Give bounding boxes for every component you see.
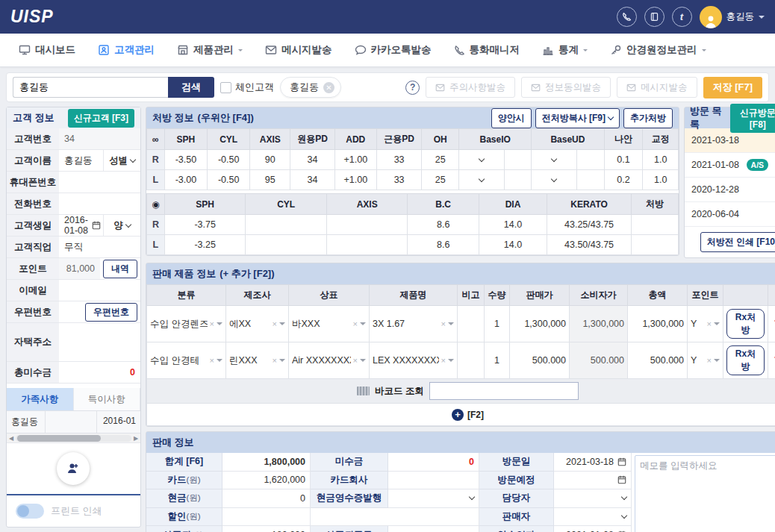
- axis-cell[interactable]: [326, 235, 408, 255]
- caution-send-button[interactable]: 주의사항발송: [426, 77, 515, 98]
- rx-assign-button[interactable]: Rx처방: [726, 309, 765, 339]
- copy-rx-button[interactable]: 전처방복사 [F9]: [535, 108, 620, 128]
- kakao-icon[interactable]: t: [672, 7, 692, 27]
- baseio-select[interactable]: [459, 150, 505, 170]
- naked-vision-cell[interactable]: 0.1: [604, 150, 643, 170]
- visit-item[interactable]: 2021-01-08 A/S ✕: [685, 153, 775, 178]
- baseio-value[interactable]: [504, 150, 532, 170]
- voucher-amount-field[interactable]: 180,000: [222, 526, 311, 532]
- note-cell[interactable]: [457, 342, 484, 379]
- baseud-select[interactable]: [532, 170, 577, 190]
- scroll-left-icon[interactable]: ◀: [7, 435, 16, 442]
- scrollbar-thumb[interactable]: [17, 435, 101, 442]
- message-send-button[interactable]: 메시지발송: [617, 77, 697, 98]
- price-cell[interactable]: 1,300,000: [509, 306, 569, 342]
- nav-kakao[interactable]: 카카오톡발송: [343, 34, 443, 67]
- card-company-field[interactable]: [388, 472, 479, 490]
- point-detail-button[interactable]: 내역: [103, 260, 137, 278]
- product-name-select[interactable]: 3X 1.67×: [369, 306, 457, 342]
- corrected-vision-cell[interactable]: 1.0: [643, 150, 679, 170]
- promise-date-field[interactable]: 2021-01-08: [554, 526, 632, 532]
- rx-assign-button[interactable]: Rx처방: [726, 345, 765, 375]
- job-field[interactable]: 무직: [59, 237, 140, 257]
- sph-cell[interactable]: -3.50: [164, 150, 207, 170]
- add-rx-button[interactable]: 추가처방: [623, 108, 673, 128]
- barcode-input[interactable]: [429, 382, 579, 400]
- oh-cell[interactable]: 25: [422, 170, 459, 190]
- maker-select[interactable]: 에XX×: [225, 306, 288, 342]
- zip-field[interactable]: [59, 301, 82, 322]
- baseio-value[interactable]: [504, 170, 532, 190]
- email-field[interactable]: [59, 280, 140, 301]
- calendar-icon[interactable]: [617, 457, 626, 466]
- rx-cell[interactable]: [631, 215, 678, 235]
- nav-products[interactable]: 제품관리: [166, 34, 254, 67]
- dia-cell[interactable]: 14.0: [479, 235, 547, 255]
- calendar-icon[interactable]: [617, 475, 626, 484]
- baseio-select[interactable]: [459, 170, 505, 190]
- family-scrollbar[interactable]: ◀ ▶: [7, 434, 140, 443]
- manager-select[interactable]: [554, 489, 632, 508]
- corrected-vision-cell[interactable]: 1.0: [643, 170, 679, 190]
- qty-cell[interactable]: 1: [484, 306, 509, 342]
- phone-field[interactable]: [59, 193, 140, 214]
- oh-cell[interactable]: 25: [422, 150, 459, 170]
- sph-cell[interactable]: -3.75: [164, 215, 246, 235]
- sph-cell[interactable]: -3.25: [164, 235, 246, 255]
- sph-cell[interactable]: -3.00: [164, 170, 207, 190]
- nav-dashboard[interactable]: 대시보드: [7, 34, 87, 67]
- cyl-cell[interactable]: -0.50: [208, 150, 250, 170]
- book-icon[interactable]: [644, 7, 664, 27]
- chain-customer-checkbox[interactable]: [220, 82, 231, 93]
- address-field[interactable]: [59, 323, 140, 361]
- new-customer-button[interactable]: 신규고객 [F3]: [68, 109, 134, 128]
- close-icon[interactable]: ✕: [323, 82, 334, 93]
- point-select[interactable]: Y×: [687, 306, 723, 342]
- memo-textarea[interactable]: [635, 455, 775, 532]
- qty-cell[interactable]: 1: [484, 342, 509, 379]
- phone-icon[interactable]: [617, 7, 637, 27]
- scroll-right-icon[interactable]: ▶: [131, 435, 140, 442]
- family-row[interactable]: 홍길동 2016-01: [7, 411, 140, 434]
- point-select[interactable]: Y×: [687, 342, 723, 379]
- add-family-button[interactable]: [57, 452, 90, 485]
- product-name-select[interactable]: LEX XXXXXXXX×: [369, 342, 457, 379]
- baseud-select[interactable]: [532, 150, 577, 170]
- far-pd-cell[interactable]: 34: [290, 150, 334, 170]
- mobile-field[interactable]: [59, 172, 140, 193]
- print-toggle[interactable]: [16, 504, 44, 519]
- cash-receipt-select[interactable]: [388, 489, 479, 508]
- kerato-cell[interactable]: 43.25/43.75: [547, 215, 632, 235]
- kerato-cell[interactable]: 43.50/43.75: [547, 235, 632, 255]
- voucher-type-field[interactable]: [388, 526, 479, 532]
- cyl-cell[interactable]: -0.50: [208, 170, 250, 190]
- nav-shop-settings[interactable]: 안경원정보관리: [599, 34, 718, 67]
- birth-field[interactable]: 2016-01-08: [59, 215, 103, 236]
- save-button[interactable]: 저장 [F7]: [703, 77, 762, 98]
- calendar-icon[interactable]: [92, 221, 101, 230]
- axis-cell[interactable]: 90: [250, 150, 290, 170]
- dia-cell[interactable]: 14.0: [479, 215, 547, 235]
- user-menu[interactable]: 홍길동: [700, 6, 765, 28]
- cyl-cell[interactable]: [246, 235, 327, 255]
- brand-select[interactable]: Air XXXXXXXX×: [288, 342, 369, 379]
- card-amount-field[interactable]: 1,620,000: [222, 472, 311, 490]
- baseud-value[interactable]: [576, 150, 604, 170]
- axis-cell[interactable]: 95: [250, 170, 290, 190]
- rx-cell[interactable]: [631, 235, 678, 255]
- search-button[interactable]: 검색: [168, 77, 214, 98]
- gender-select[interactable]: 성별: [103, 150, 140, 171]
- far-pd-cell[interactable]: 34: [290, 170, 334, 190]
- add-cell[interactable]: +1.00: [334, 170, 376, 190]
- brand-select[interactable]: 바XXX×: [288, 306, 369, 342]
- bc-cell[interactable]: 8.6: [408, 235, 479, 255]
- consent-send-button[interactable]: 정보동의발송: [521, 77, 611, 98]
- visit-item[interactable]: 2020-12-28 ✕: [685, 178, 775, 202]
- discount-field[interactable]: [222, 508, 311, 527]
- zip-search-button[interactable]: 우편번호: [85, 303, 137, 322]
- binocular-button[interactable]: 양안시: [491, 108, 532, 128]
- add-cell[interactable]: +1.00: [334, 150, 376, 170]
- near-pd-cell[interactable]: 33: [376, 150, 422, 170]
- bc-cell[interactable]: 8.6: [408, 215, 479, 235]
- visit-date-field[interactable]: 2021-03-18: [554, 453, 632, 472]
